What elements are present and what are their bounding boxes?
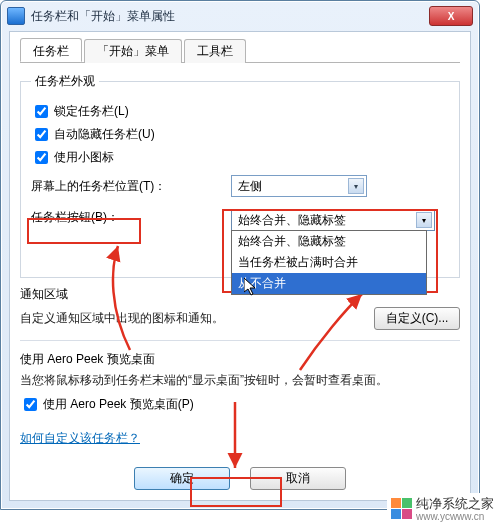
taskbar-position-select[interactable]: 左侧 ▾ [231, 175, 367, 197]
taskbar-buttons-select[interactable]: 始终合并、隐藏标签 ▾ 始终合并、隐藏标签 当任务栏被占满时合并 从不合并 [231, 209, 435, 231]
autohide-label: 自动隐藏任务栏(U) [54, 126, 155, 143]
taskbar-buttons-label: 任务栏按钮(B)： [31, 209, 181, 226]
brand-url: www.ycwww.cn [416, 511, 494, 522]
dropdown-option[interactable]: 始终合并、隐藏标签 [232, 231, 426, 252]
window-icon [7, 7, 25, 25]
window-title: 任务栏和「开始」菜单属性 [31, 8, 429, 25]
aero-desc: 当您将鼠标移动到任务栏末端的“显示桌面”按钮时，会暂时查看桌面。 [20, 372, 460, 389]
brand-name: 纯净系统之家 [416, 496, 494, 511]
aero-title: 使用 Aero Peek 预览桌面 [20, 351, 460, 368]
client-area: 任务栏 「开始」菜单 工具栏 任务栏外观 锁定任务栏(L) 自动隐藏任务栏(U)… [9, 31, 471, 501]
taskbar-buttons-dropdown-list: 始终合并、隐藏标签 当任务栏被占满时合并 从不合并 [231, 230, 427, 295]
taskbar-buttons-value: 始终合并、隐藏标签 [238, 212, 346, 229]
small-icons-label: 使用小图标 [54, 149, 114, 166]
taskbar-appearance-group: 任务栏外观 锁定任务栏(L) 自动隐藏任务栏(U) 使用小图标 屏幕上的任务栏位… [20, 73, 460, 278]
taskbar-position-label: 屏幕上的任务栏位置(T)： [31, 178, 181, 195]
lock-taskbar-label: 锁定任务栏(L) [54, 103, 129, 120]
brand-icon [391, 498, 412, 519]
ok-button[interactable]: 确定 [134, 467, 230, 490]
separator [20, 340, 460, 341]
footer-brand: 纯净系统之家 www.ycwww.cn [387, 493, 498, 524]
aero-peek-checkbox[interactable] [24, 398, 37, 411]
help-link[interactable]: 如何自定义该任务栏？ [20, 431, 140, 445]
tab-start-menu[interactable]: 「开始」菜单 [84, 39, 182, 63]
tab-toolbars[interactable]: 工具栏 [184, 39, 246, 63]
dropdown-option[interactable]: 当任务栏被占满时合并 [232, 252, 426, 273]
tab-taskbar[interactable]: 任务栏 [20, 38, 82, 62]
autohide-checkbox[interactable] [35, 128, 48, 141]
dropdown-option-selected[interactable]: 从不合并 [232, 273, 426, 294]
chevron-down-icon: ▾ [348, 178, 364, 194]
cancel-button[interactable]: 取消 [250, 467, 346, 490]
titlebar[interactable]: 任务栏和「开始」菜单属性 X [1, 1, 479, 31]
small-icons-checkbox[interactable] [35, 151, 48, 164]
chevron-down-icon: ▾ [416, 212, 432, 228]
taskbar-position-value: 左侧 [238, 178, 262, 195]
customize-button[interactable]: 自定义(C)... [374, 307, 460, 330]
aero-peek-label: 使用 Aero Peek 预览桌面(P) [43, 396, 194, 413]
lock-taskbar-checkbox[interactable] [35, 105, 48, 118]
close-button[interactable]: X [429, 6, 473, 26]
tab-strip: 任务栏 「开始」菜单 工具栏 [20, 38, 460, 63]
properties-window: 任务栏和「开始」菜单属性 X 任务栏 「开始」菜单 工具栏 任务栏外观 锁定任务… [0, 0, 480, 510]
notify-desc: 自定义通知区域中出现的图标和通知。 [20, 310, 374, 327]
appearance-legend: 任务栏外观 [31, 73, 99, 90]
